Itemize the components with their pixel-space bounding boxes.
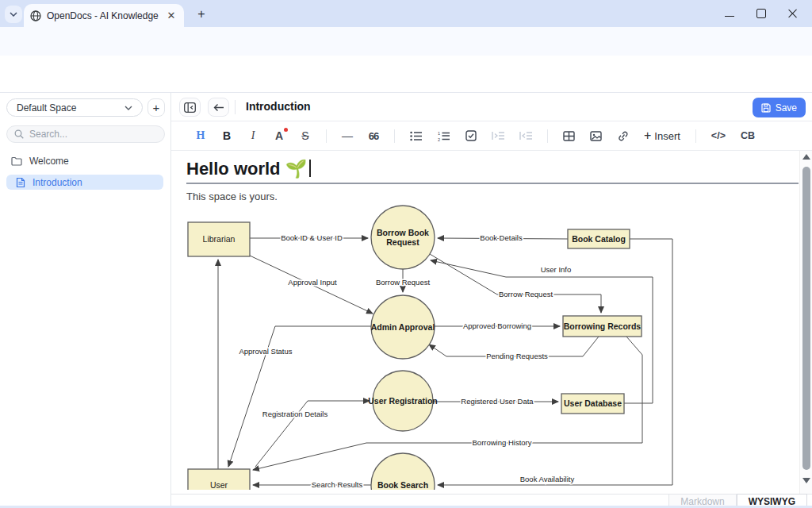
tab-strip: OpenDocs - AI Knowledge Base ✕ +	[0, 0, 812, 27]
diagram-edge-label: Borrow Request	[499, 290, 553, 298]
toolbar-divider	[695, 129, 696, 143]
scroll-up-icon[interactable]	[802, 154, 810, 160]
space-selector[interactable]: Default Space	[6, 98, 143, 117]
diagram-edge-label: Borrow Request	[376, 278, 430, 287]
heading-rule	[186, 183, 799, 184]
page-heading[interactable]: Hello world 🌱	[186, 159, 311, 179]
diagram-node-label: Book Catalog	[572, 234, 626, 244]
window-minimize-button[interactable]	[725, 11, 734, 17]
save-button[interactable]: Save	[753, 98, 806, 117]
blockquote-button[interactable]: 66	[368, 130, 379, 142]
indent-icon	[492, 131, 504, 140]
diagram-node-label: Librarian	[203, 234, 236, 244]
formatting-toolbar: HBIAS—6612+Insert</>CB	[171, 121, 812, 151]
italic-button[interactable]: I	[247, 129, 259, 142]
diagram-edge-label: Borrowing History	[473, 438, 532, 447]
strikethrough-button[interactable]: S	[300, 129, 311, 142]
font-color-button[interactable]: A	[274, 129, 285, 142]
outdent-icon	[519, 131, 532, 140]
folder-icon	[11, 156, 22, 166]
diagram-node-label: Borrowing Records	[564, 321, 642, 331]
diagram-edge-label: Registered User Data	[461, 397, 534, 406]
diagram-node-label: User Registration	[368, 396, 438, 406]
body-paragraph[interactable]: This space is yours.	[186, 190, 278, 202]
globe-icon	[30, 10, 41, 21]
diagram-edge-label: Book Availability	[520, 475, 575, 483]
sidebar-item-label: Welcome	[29, 156, 69, 167]
tab-close-icon[interactable]: ✕	[165, 10, 178, 22]
page-tree: WelcomeIntroduction	[0, 153, 171, 195]
search-icon	[14, 129, 24, 139]
chevron-down-icon	[10, 12, 17, 17]
ordered-list-icon[interactable]: 12	[438, 131, 450, 141]
editor-content[interactable]: Hello world 🌱 This space is yours. Libra…	[171, 151, 799, 494]
diagram-edge-label: Search Results	[312, 480, 363, 489]
heading-button[interactable]: H	[195, 129, 206, 142]
horizontal-rule-button[interactable]: —	[342, 129, 353, 142]
save-floppy-icon	[761, 103, 771, 113]
diagram-edge-label: Approval Status	[239, 347, 292, 356]
inline-code-button[interactable]: </>	[711, 130, 726, 141]
dfd-diagram[interactable]: LibrarianBorrow BookRequestBook CatalogA…	[171, 202, 799, 490]
toolbar-divider	[394, 129, 395, 143]
task-list-icon[interactable]	[465, 130, 477, 141]
new-tab-button[interactable]: +	[193, 6, 209, 22]
back-button[interactable]	[208, 98, 229, 117]
window-close-button[interactable]	[788, 9, 798, 18]
diagram-edge-label: User Info	[541, 265, 572, 274]
divider	[235, 100, 236, 114]
svg-text:2: 2	[438, 137, 440, 141]
diagram-edge-label: Approval Input	[288, 278, 337, 287]
scrollbar-thumb[interactable]	[802, 167, 810, 470]
link-icon[interactable]	[617, 131, 629, 141]
table-icon[interactable]	[563, 131, 575, 141]
collapse-sidebar-button[interactable]	[179, 98, 201, 117]
insert-button[interactable]: +Insert	[644, 129, 680, 143]
chevron-down-icon	[124, 106, 132, 110]
diagram-node-label: User Database	[564, 398, 622, 408]
document-title: Introduction	[246, 100, 311, 113]
bullet-list-icon[interactable]	[410, 131, 423, 141]
diagram-node-label: User	[210, 480, 228, 490]
search-input[interactable]	[29, 129, 148, 140]
arrow-left-icon	[213, 103, 224, 112]
browser-window: OpenDocs - AI Knowledge Base ✕ + ← → ⟳ a…	[0, 0, 812, 508]
window-maximize-button[interactable]	[756, 9, 766, 18]
bold-button[interactable]: B	[221, 129, 232, 142]
diagram-node-label: Admin Approval	[371, 322, 435, 332]
tab-search-button[interactable]	[5, 6, 22, 23]
diagram-node-label: Book Search	[377, 480, 428, 490]
sidebar-item-welcome[interactable]: Welcome	[0, 153, 171, 169]
diagram-edge-label: Book Details	[480, 233, 523, 242]
diagram-svg: LibrarianBorrow BookRequestBook CatalogA…	[171, 202, 799, 490]
diagram-edge-label: Approved Borrowing	[463, 321, 531, 330]
sidebar-item-label: Introduction	[33, 177, 82, 188]
diagram-edge-label: Book ID & User ID	[281, 233, 343, 242]
sidebar: Default Space + WelcomeIntroduction	[0, 93, 171, 508]
browser-tab[interactable]: OpenDocs - AI Knowledge Base ✕	[24, 4, 184, 27]
document-header: Introduction Save	[171, 93, 812, 121]
tab-title: OpenDocs - AI Knowledge Base	[47, 10, 159, 21]
editor-scrollbar[interactable]	[799, 151, 812, 494]
code-block-button[interactable]: CB	[741, 130, 755, 141]
text-cursor	[309, 160, 311, 177]
browser-toolbar: ← → ⟳ ai-toolbox.visual-paradigm.com/app…	[0, 27, 812, 56]
diagram-edge-label: Pending Requests	[486, 352, 548, 360]
sidebar-search[interactable]	[6, 125, 165, 143]
panel-collapse-icon	[184, 102, 196, 113]
scroll-down-icon[interactable]	[802, 478, 810, 483]
toolbar-divider	[326, 129, 327, 143]
diagram-edge-label: Registration Details	[262, 410, 328, 418]
sidebar-item-introduction[interactable]: Introduction	[6, 175, 163, 190]
toolbar-divider	[547, 129, 548, 143]
document-icon	[16, 177, 25, 188]
app-header: OpenDocs Powered by Visual Paradigm Shar…	[0, 56, 812, 93]
image-icon[interactable]	[590, 131, 602, 141]
seedling-emoji: 🌱	[285, 159, 307, 179]
svg-text:1: 1	[438, 131, 440, 136]
add-space-button[interactable]: +	[147, 98, 165, 117]
